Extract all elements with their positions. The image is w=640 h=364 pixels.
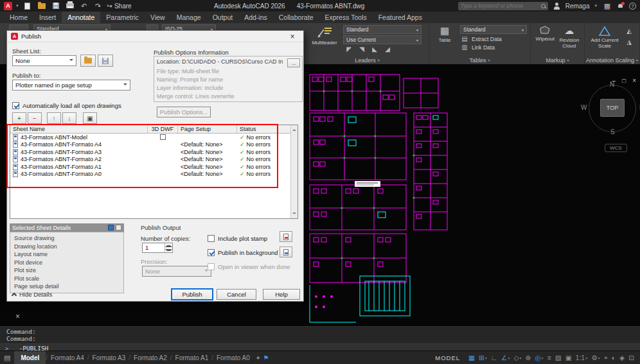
ribbon-tab-output[interactable]: Output [207, 12, 239, 23]
stepper-up-icon[interactable] [165, 243, 172, 248]
move-sheet-up-button[interactable]: ↑ [47, 112, 61, 124]
markup-panel-label[interactable]: Markup▾ [531, 56, 584, 64]
isolate-objects-icon[interactable]: ◐ [610, 351, 618, 364]
remove-sheets-button[interactable]: − [28, 112, 42, 124]
table-row[interactable]: 43-Formatos ABNT-Formato A4<Default: Non… [10, 141, 298, 149]
column-header-status[interactable]: Status [237, 125, 298, 133]
wipeout-button[interactable]: Wipeout [534, 25, 556, 54]
autocad-logo[interactable]: A [4, 2, 12, 10]
sheet-list-dropdown[interactable]: None [12, 55, 76, 66]
leader-tool-icon[interactable]: ◢ [383, 46, 392, 53]
tables-panel-label[interactable]: Tables▾ [429, 56, 530, 64]
account-caret-icon[interactable]: ▾ [594, 3, 597, 8]
flag-icon[interactable]: ⚑ [263, 354, 269, 361]
layout-tab-menu-icon[interactable]: ▤ [4, 354, 10, 362]
ortho-icon[interactable]: ∟ [489, 351, 499, 364]
column-header-3d-dwf[interactable]: 3D DWF [148, 125, 178, 133]
layout-tab-formato-a1[interactable]: Formato A1 [172, 351, 212, 364]
object-snap-tracking-icon[interactable]: ⊕ [524, 351, 533, 364]
undo-icon[interactable]: ↶ [79, 1, 89, 10]
preview-button[interactable]: ▣ [83, 112, 97, 124]
floor-plan-drawing[interactable] [306, 72, 454, 326]
account-icon[interactable] [553, 3, 560, 10]
precision-dropdown[interactable]: None [142, 266, 211, 277]
snap-icon[interactable]: ⊞▾ [477, 351, 489, 364]
ribbon-tab-express-tools[interactable]: Express Tools [319, 12, 372, 23]
table-style-dropdown[interactable]: Standard▾ [460, 25, 527, 34]
stepper-down-icon[interactable] [165, 248, 172, 252]
viewcube-top-face[interactable]: TOP [600, 99, 625, 117]
sheet-details-header[interactable]: Selected Sheet Details [10, 223, 124, 232]
multileader-button[interactable]: Multileader [309, 25, 340, 54]
ribbon-tab-annotate[interactable]: Annotate [62, 12, 100, 23]
publish-button[interactable]: Publish [172, 289, 213, 300]
scale-tool-icon[interactable]: ◮ [625, 39, 634, 46]
notification-bell-icon[interactable] [618, 3, 624, 9]
selection-cycling-icon[interactable]: ▣ [564, 351, 574, 364]
redo-icon[interactable]: ↷ [93, 1, 103, 10]
new-layout-button[interactable]: + [256, 354, 260, 361]
annotation-monitor-icon[interactable]: + [602, 351, 610, 364]
multileader-style-dropdown[interactable]: Standard▾ [343, 25, 422, 34]
search-icon[interactable] [541, 4, 546, 8]
dialog-titlebar[interactable]: A Publish × [7, 31, 303, 42]
polar-tracking-icon[interactable]: ∠▾ [499, 351, 511, 364]
move-sheet-down-button[interactable]: ↓ [62, 112, 76, 124]
account-name[interactable]: Remaga [565, 3, 590, 10]
table-row[interactable]: 43-Formatos ABNT-Formato A3<Default: Non… [10, 148, 298, 156]
search-input[interactable] [461, 3, 539, 9]
layout-tab-formato-a4[interactable]: Formato A4 [48, 351, 87, 364]
revision-cloud-button[interactable]: ☁ Revision Cloud [558, 25, 581, 54]
ribbon-tab-home[interactable]: Home [4, 12, 33, 23]
lineweight-icon[interactable]: ≡ [546, 351, 553, 364]
scale-tool-icon[interactable]: ◭ [625, 28, 634, 35]
leaders-panel-label[interactable]: Leaders▾ [306, 56, 429, 64]
browse-location-button[interactable]: ... [287, 58, 300, 67]
background-checkbox-row[interactable]: Publish in background [208, 249, 278, 256]
plot-icon[interactable] [65, 1, 75, 10]
object-snap-icon[interactable]: ◎▾ [533, 351, 545, 364]
extract-data-button[interactable]: ▤ Extract Data [460, 35, 527, 42]
help-icon[interactable]: ? [629, 3, 636, 10]
view-log-button[interactable] [280, 247, 292, 257]
copies-stepper[interactable]: 1 [142, 243, 173, 253]
layout-tab-model[interactable]: Model [14, 351, 46, 364]
search-box[interactable] [458, 2, 548, 10]
grid-icon[interactable]: ▦ [467, 351, 477, 364]
leader-tool-icon[interactable]: ◣ [370, 46, 379, 53]
copies-value[interactable]: 1 [143, 243, 164, 252]
ribbon-tab-featured-apps[interactable]: Featured Apps [373, 12, 428, 23]
multileader-scale-dropdown[interactable]: Use Current▾ [343, 35, 422, 44]
plot-stamp-checkbox-row[interactable]: Include plot stamp [208, 235, 267, 242]
leader-tool-icon[interactable]: ◥ [357, 46, 366, 53]
dialog-close-icon[interactable]: × [285, 32, 299, 41]
open-file-icon[interactable] [37, 1, 47, 10]
viewcube-north[interactable]: N [610, 81, 614, 88]
layout-tab-formato-a3[interactable]: Formato A3 [89, 351, 129, 364]
annotation-scale-icon[interactable]: 1:1▾ [574, 351, 590, 364]
include-plot-stamp-checkbox[interactable] [208, 235, 215, 242]
publish-to-dropdown[interactable]: Plotter named in page setup [12, 80, 130, 91]
ribbon-tab-view[interactable]: View [145, 12, 171, 23]
isodraft-icon[interactable]: ◇▾ [511, 351, 523, 364]
viewcube[interactable]: N W E S TOP [580, 82, 640, 137]
ribbon-tab-insert[interactable]: Insert [33, 12, 62, 23]
ribbon-tab-manage[interactable]: Manage [171, 12, 207, 23]
workspace-gear-icon[interactable]: ⚙▾ [589, 351, 601, 364]
column-header-page-setup[interactable]: Page Setup [178, 125, 237, 133]
page-icon[interactable] [116, 225, 121, 230]
ribbon-tab-parametric[interactable]: Parametric [100, 12, 145, 23]
close-icon[interactable]: × [15, 312, 20, 321]
table-scrollbar[interactable] [290, 125, 298, 218]
auto-load-checkbox[interactable] [12, 102, 19, 109]
open-viewer-checkbox-row[interactable]: Open in viewer when done [208, 263, 290, 270]
save-icon[interactable] [51, 1, 61, 10]
clean-screen-icon[interactable]: ⊡ [627, 351, 636, 364]
table-button[interactable]: ▦ Table [432, 25, 457, 54]
annotation-scaling-panel-label[interactable]: Annotation Scaling▾ [585, 56, 639, 64]
ribbon-tab-collaborate[interactable]: Collaborate [273, 12, 319, 23]
help-button[interactable]: Help [263, 289, 300, 300]
wcs-badge[interactable]: WCS [605, 144, 627, 152]
link-data-button[interactable]: ▥ Link Data [460, 44, 527, 51]
plot-stamp-settings-button[interactable] [280, 231, 292, 242]
